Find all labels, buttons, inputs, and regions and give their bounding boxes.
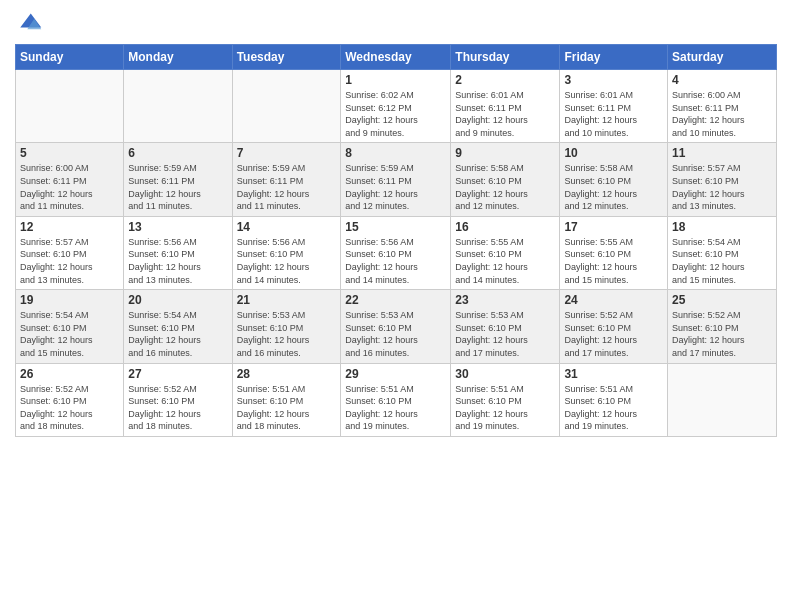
logo [15,10,47,38]
calendar-cell [16,70,124,143]
calendar-cell: 27Sunrise: 5:52 AM Sunset: 6:10 PM Dayli… [124,363,232,436]
day-number: 16 [455,220,555,234]
calendar-cell: 14Sunrise: 5:56 AM Sunset: 6:10 PM Dayli… [232,216,341,289]
day-info: Sunrise: 5:52 AM Sunset: 6:10 PM Dayligh… [564,309,663,359]
calendar-cell: 30Sunrise: 5:51 AM Sunset: 6:10 PM Dayli… [451,363,560,436]
day-number: 3 [564,73,663,87]
day-number: 21 [237,293,337,307]
calendar-week-row: 12Sunrise: 5:57 AM Sunset: 6:10 PM Dayli… [16,216,777,289]
day-number: 10 [564,146,663,160]
day-number: 28 [237,367,337,381]
day-number: 22 [345,293,446,307]
day-info: Sunrise: 5:52 AM Sunset: 6:10 PM Dayligh… [672,309,772,359]
calendar-cell: 8Sunrise: 5:59 AM Sunset: 6:11 PM Daylig… [341,143,451,216]
day-info: Sunrise: 5:56 AM Sunset: 6:10 PM Dayligh… [237,236,337,286]
day-number: 31 [564,367,663,381]
day-info: Sunrise: 6:00 AM Sunset: 6:11 PM Dayligh… [20,162,119,212]
day-number: 19 [20,293,119,307]
calendar-cell: 5Sunrise: 6:00 AM Sunset: 6:11 PM Daylig… [16,143,124,216]
day-number: 5 [20,146,119,160]
weekday-header: Wednesday [341,45,451,70]
day-number: 9 [455,146,555,160]
day-info: Sunrise: 5:58 AM Sunset: 6:10 PM Dayligh… [455,162,555,212]
calendar-cell: 6Sunrise: 5:59 AM Sunset: 6:11 PM Daylig… [124,143,232,216]
day-info: Sunrise: 5:54 AM Sunset: 6:10 PM Dayligh… [672,236,772,286]
day-info: Sunrise: 6:00 AM Sunset: 6:11 PM Dayligh… [672,89,772,139]
calendar-cell: 21Sunrise: 5:53 AM Sunset: 6:10 PM Dayli… [232,290,341,363]
day-info: Sunrise: 5:54 AM Sunset: 6:10 PM Dayligh… [128,309,227,359]
day-info: Sunrise: 5:58 AM Sunset: 6:10 PM Dayligh… [564,162,663,212]
day-number: 15 [345,220,446,234]
calendar-cell: 18Sunrise: 5:54 AM Sunset: 6:10 PM Dayli… [668,216,777,289]
calendar-week-row: 5Sunrise: 6:00 AM Sunset: 6:11 PM Daylig… [16,143,777,216]
calendar-table: SundayMondayTuesdayWednesdayThursdayFrid… [15,44,777,437]
calendar-cell: 23Sunrise: 5:53 AM Sunset: 6:10 PM Dayli… [451,290,560,363]
calendar-cell: 7Sunrise: 5:59 AM Sunset: 6:11 PM Daylig… [232,143,341,216]
day-info: Sunrise: 6:01 AM Sunset: 6:11 PM Dayligh… [564,89,663,139]
calendar-cell: 2Sunrise: 6:01 AM Sunset: 6:11 PM Daylig… [451,70,560,143]
calendar-cell: 31Sunrise: 5:51 AM Sunset: 6:10 PM Dayli… [560,363,668,436]
page: SundayMondayTuesdayWednesdayThursdayFrid… [0,0,792,447]
day-number: 1 [345,73,446,87]
calendar-cell: 15Sunrise: 5:56 AM Sunset: 6:10 PM Dayli… [341,216,451,289]
day-info: Sunrise: 5:57 AM Sunset: 6:10 PM Dayligh… [672,162,772,212]
day-number: 6 [128,146,227,160]
calendar-cell: 20Sunrise: 5:54 AM Sunset: 6:10 PM Dayli… [124,290,232,363]
calendar-cell: 12Sunrise: 5:57 AM Sunset: 6:10 PM Dayli… [16,216,124,289]
day-number: 25 [672,293,772,307]
day-info: Sunrise: 5:53 AM Sunset: 6:10 PM Dayligh… [237,309,337,359]
day-info: Sunrise: 5:52 AM Sunset: 6:10 PM Dayligh… [128,383,227,433]
day-info: Sunrise: 5:54 AM Sunset: 6:10 PM Dayligh… [20,309,119,359]
day-number: 24 [564,293,663,307]
calendar-cell: 28Sunrise: 5:51 AM Sunset: 6:10 PM Dayli… [232,363,341,436]
day-number: 2 [455,73,555,87]
day-number: 14 [237,220,337,234]
calendar-cell [232,70,341,143]
day-number: 12 [20,220,119,234]
calendar-cell: 24Sunrise: 5:52 AM Sunset: 6:10 PM Dayli… [560,290,668,363]
calendar-week-row: 26Sunrise: 5:52 AM Sunset: 6:10 PM Dayli… [16,363,777,436]
day-info: Sunrise: 5:59 AM Sunset: 6:11 PM Dayligh… [237,162,337,212]
day-info: Sunrise: 5:57 AM Sunset: 6:10 PM Dayligh… [20,236,119,286]
day-info: Sunrise: 5:55 AM Sunset: 6:10 PM Dayligh… [455,236,555,286]
calendar-cell [668,363,777,436]
calendar-week-row: 1Sunrise: 6:02 AM Sunset: 6:12 PM Daylig… [16,70,777,143]
calendar-cell: 17Sunrise: 5:55 AM Sunset: 6:10 PM Dayli… [560,216,668,289]
weekday-header: Sunday [16,45,124,70]
calendar-cell: 26Sunrise: 5:52 AM Sunset: 6:10 PM Dayli… [16,363,124,436]
day-number: 20 [128,293,227,307]
day-info: Sunrise: 5:53 AM Sunset: 6:10 PM Dayligh… [455,309,555,359]
day-info: Sunrise: 5:51 AM Sunset: 6:10 PM Dayligh… [564,383,663,433]
calendar-cell: 1Sunrise: 6:02 AM Sunset: 6:12 PM Daylig… [341,70,451,143]
day-info: Sunrise: 6:01 AM Sunset: 6:11 PM Dayligh… [455,89,555,139]
day-info: Sunrise: 5:51 AM Sunset: 6:10 PM Dayligh… [237,383,337,433]
calendar-cell: 19Sunrise: 5:54 AM Sunset: 6:10 PM Dayli… [16,290,124,363]
calendar-cell: 9Sunrise: 5:58 AM Sunset: 6:10 PM Daylig… [451,143,560,216]
day-number: 13 [128,220,227,234]
calendar-cell: 29Sunrise: 5:51 AM Sunset: 6:10 PM Dayli… [341,363,451,436]
header-area [15,10,777,38]
calendar-cell: 13Sunrise: 5:56 AM Sunset: 6:10 PM Dayli… [124,216,232,289]
day-info: Sunrise: 5:56 AM Sunset: 6:10 PM Dayligh… [128,236,227,286]
day-info: Sunrise: 5:55 AM Sunset: 6:10 PM Dayligh… [564,236,663,286]
day-number: 11 [672,146,772,160]
day-number: 8 [345,146,446,160]
weekday-header: Monday [124,45,232,70]
day-number: 30 [455,367,555,381]
day-info: Sunrise: 6:02 AM Sunset: 6:12 PM Dayligh… [345,89,446,139]
calendar-cell: 25Sunrise: 5:52 AM Sunset: 6:10 PM Dayli… [668,290,777,363]
day-number: 7 [237,146,337,160]
day-info: Sunrise: 5:51 AM Sunset: 6:10 PM Dayligh… [345,383,446,433]
logo-icon [15,10,43,38]
calendar-cell [124,70,232,143]
day-info: Sunrise: 5:56 AM Sunset: 6:10 PM Dayligh… [345,236,446,286]
day-number: 23 [455,293,555,307]
calendar-cell: 4Sunrise: 6:00 AM Sunset: 6:11 PM Daylig… [668,70,777,143]
weekday-header: Friday [560,45,668,70]
day-info: Sunrise: 5:59 AM Sunset: 6:11 PM Dayligh… [128,162,227,212]
weekday-header: Saturday [668,45,777,70]
day-number: 17 [564,220,663,234]
day-info: Sunrise: 5:52 AM Sunset: 6:10 PM Dayligh… [20,383,119,433]
weekday-header: Tuesday [232,45,341,70]
calendar-cell: 16Sunrise: 5:55 AM Sunset: 6:10 PM Dayli… [451,216,560,289]
